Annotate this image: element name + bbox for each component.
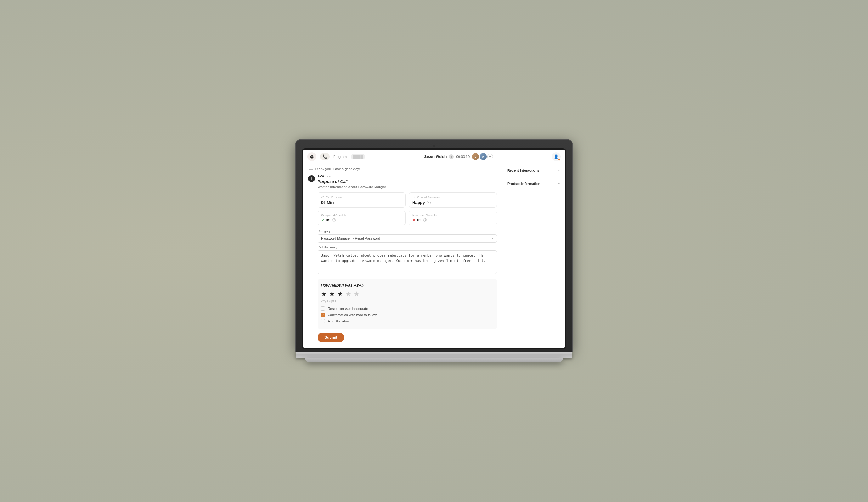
purpose-title: Purpose of Call xyxy=(318,179,497,184)
feedback-section: How helpful was AVA? ★ ★ ★ ★ ★ xyxy=(318,279,497,329)
incomplete-value: ✕ 02 i xyxy=(412,218,494,222)
chat-dots xyxy=(309,169,312,170)
star-4[interactable]: ★ xyxy=(345,290,352,298)
ava-timestamp: 3:14 xyxy=(326,175,332,178)
x-icon: ✕ xyxy=(412,218,416,222)
incomplete-label: Incomplet Check list xyxy=(412,213,494,217)
star-5[interactable]: ★ xyxy=(353,290,360,298)
ava-header: AVA 3:14 xyxy=(318,175,497,178)
category-section: Category Password Manager > Reset Passwo… xyxy=(318,230,497,242)
app-screen: ◎ 📞 Program: ████ Jason Welsh i 00:03:10 xyxy=(303,150,565,348)
system-message: Thank you. Have a good day!" xyxy=(308,167,497,171)
caller-info-icon[interactable]: i xyxy=(449,155,454,159)
product-information-item[interactable]: Product Information ▾ xyxy=(502,177,565,190)
checkbox-1[interactable] xyxy=(321,306,325,311)
program-label: Program: xyxy=(333,155,348,158)
purpose-desc: Wanted information about Password Manger… xyxy=(318,185,497,189)
phone-button[interactable]: 📞 xyxy=(320,153,330,160)
avatar-2: A xyxy=(479,153,487,160)
feedback-option-2-label: Conversation was hard to follow xyxy=(328,313,377,317)
ava-label: AVA xyxy=(318,175,324,178)
clock-icon: ⏱ xyxy=(321,195,324,199)
laptop: ◎ 📞 Program: ████ Jason Welsh i 00:03:10 xyxy=(296,140,572,362)
summary-label: Call Summary xyxy=(318,245,497,249)
sentiment-box: ☺ Over all Sentiment Happy i xyxy=(409,192,497,208)
call-duration-box: ⏱ Call Duration 06 Min xyxy=(318,192,406,208)
app-logo: ◎ xyxy=(308,152,316,161)
completed-checklist-box: Completed Check list ✓ 05 i xyxy=(318,211,406,225)
program-value: ████ xyxy=(351,155,365,159)
checkmark-icon: ✓ xyxy=(321,218,324,222)
recent-interactions-label: Recent Interactions xyxy=(507,169,539,172)
sentiment-label: ☺ Over all Sentiment xyxy=(412,195,494,199)
summary-textarea[interactable] xyxy=(318,250,497,274)
laptop-base xyxy=(296,352,572,358)
feedback-option-2[interactable]: ✓ Conversation was hard to follow xyxy=(321,313,494,317)
checklist-row: Completed Check list ✓ 05 i xyxy=(318,211,497,225)
dropdown-arrow-icon: ▾ xyxy=(492,237,494,240)
ava-content: AVA 3:14 Purpose of Call Wanted informat… xyxy=(318,175,497,342)
feedback-option-3[interactable]: All of the above xyxy=(321,319,494,323)
avatar-1: J xyxy=(472,153,479,160)
phone-icon: 📞 xyxy=(323,155,327,159)
add-participant-button[interactable]: + xyxy=(487,154,493,159)
ava-icon: i xyxy=(308,175,315,182)
incomplete-info-icon: i xyxy=(423,218,427,222)
category-label: Category xyxy=(318,230,497,233)
header-right: 👤 xyxy=(552,152,560,161)
user-menu-button[interactable]: 👤 xyxy=(552,152,560,161)
star-2[interactable]: ★ xyxy=(329,290,335,298)
feedback-option-3-label: All of the above xyxy=(328,319,352,323)
camera-dot xyxy=(433,145,435,147)
completed-label: Completed Check list xyxy=(321,213,402,217)
completed-value: ✓ 05 i xyxy=(321,218,402,222)
chevron-down-icon-2: ▾ xyxy=(558,181,560,186)
right-panel: Recent Interactions ▾ Product Informatio… xyxy=(502,164,565,348)
star-3[interactable]: ★ xyxy=(337,290,343,298)
ava-response: i AVA 3:14 Purpose of Call Wanted inform… xyxy=(308,175,497,342)
feedback-option-1[interactable]: Resolution was inaccurate xyxy=(321,306,494,311)
stats-row: ⏱ Call Duration 06 Min ☺ xyxy=(318,192,497,208)
avatar-group: J A + xyxy=(472,153,493,160)
sentiment-value: Happy i xyxy=(412,200,494,205)
submit-button[interactable]: Submit xyxy=(318,333,344,342)
call-duration-value: 06 Min xyxy=(321,200,402,205)
header-center: Jason Welsh i 00:03:10 J A + xyxy=(369,153,548,160)
feedback-title: How helpful was AVA? xyxy=(321,283,494,287)
user-notification-badge xyxy=(558,158,560,161)
call-duration-label: ⏱ Call Duration xyxy=(321,195,402,199)
caller-name: Jason Welsh xyxy=(424,155,447,159)
incomplete-checklist-box: Incomplet Check list ✕ 02 i xyxy=(409,211,497,225)
product-information-label: Product Information xyxy=(507,182,540,186)
summary-section: Call Summary xyxy=(318,245,497,275)
ava-icon-text: i xyxy=(311,177,312,180)
smile-icon: ☺ xyxy=(412,195,416,199)
sentiment-info-icon: i xyxy=(427,201,431,205)
logo-icon: ◎ xyxy=(310,154,314,159)
category-dropdown[interactable]: Password Manager > Reset Password ▾ xyxy=(318,234,497,242)
screen-bezel: ◎ 📞 Program: ████ Jason Welsh i 00:03:10 xyxy=(302,148,566,349)
call-timer: 00:03:10 xyxy=(456,155,469,158)
feedback-option-1-label: Resolution was inaccurate xyxy=(328,307,368,311)
laptop-screen-outer: ◎ 📞 Program: ████ Jason Welsh i 00:03:10 xyxy=(296,140,572,352)
laptop-bottom xyxy=(305,358,563,362)
app-body: Thank you. Have a good day!" i AVA xyxy=(303,164,565,348)
chat-panel: Thank you. Have a good day!" i AVA xyxy=(303,164,502,348)
stars-label: Very Helpful xyxy=(321,300,494,303)
category-selected-value: Password Manager > Reset Password xyxy=(321,237,380,240)
star-1[interactable]: ★ xyxy=(321,290,327,298)
recent-interactions-item[interactable]: Recent Interactions ▾ xyxy=(502,164,565,177)
app-header: ◎ 📞 Program: ████ Jason Welsh i 00:03:10 xyxy=(303,150,565,164)
chevron-down-icon-1: ▾ xyxy=(558,168,560,172)
checkbox-3[interactable] xyxy=(321,319,325,323)
stars-rating[interactable]: ★ ★ ★ ★ ★ xyxy=(321,290,494,298)
user-icon: 👤 xyxy=(554,155,559,159)
checkbox-2-checked[interactable]: ✓ xyxy=(321,313,325,317)
completed-info-icon: i xyxy=(332,218,336,222)
